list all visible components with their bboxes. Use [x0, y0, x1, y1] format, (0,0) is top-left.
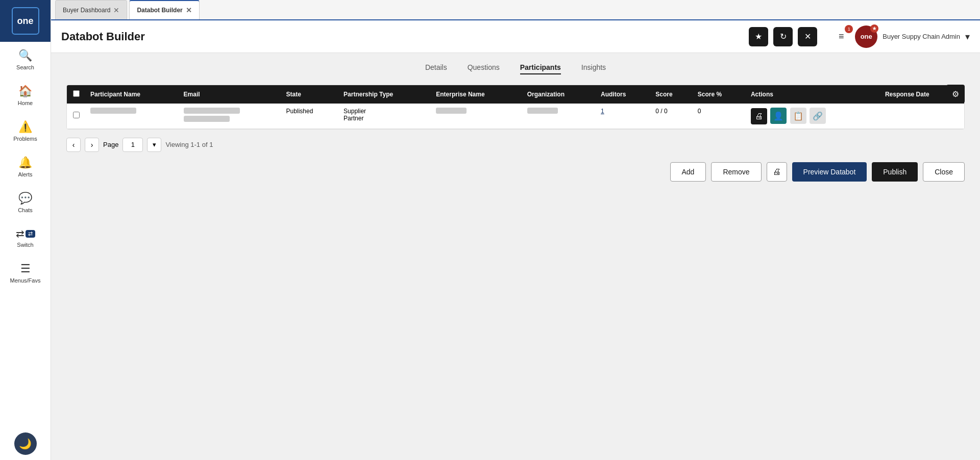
action-copy-button[interactable]: 📋	[790, 108, 806, 124]
email-blurred-1	[184, 108, 240, 114]
row-checkbox-cell	[67, 104, 85, 129]
print-icon: 🖨	[773, 167, 781, 176]
preview-databot-button[interactable]: Preview Databot	[792, 162, 867, 182]
sidebar-item-home[interactable]: 🏠 Home	[0, 78, 51, 113]
page-input[interactable]	[122, 138, 143, 152]
tab-label: Databot Builder	[137, 7, 182, 14]
hamburger-icon: ≡	[839, 31, 844, 42]
row-score-pct: 0	[693, 104, 746, 129]
bottom-actions: Add Remove 🖨 Preview Databot Publish Clo…	[66, 162, 965, 187]
action-link-button[interactable]: 🔗	[810, 108, 826, 124]
header-auditors: Auditors	[596, 85, 650, 104]
sidebar-item-label: Problems	[13, 136, 37, 142]
chevron-down-icon: ▾	[153, 141, 156, 148]
tab-databot-builder[interactable]: Databot Builder ✕	[129, 0, 199, 19]
dropdown-chevron-icon[interactable]: ▾	[965, 31, 970, 42]
refresh-button[interactable]: ↻	[773, 27, 793, 46]
select-all-checkbox[interactable]	[73, 90, 80, 97]
row-enterprise-name	[431, 104, 522, 129]
prev-page-button[interactable]: ‹	[66, 138, 81, 152]
publish-button[interactable]: Publish	[872, 162, 918, 182]
participants-table: Participant Name Email State Partnership…	[66, 85, 965, 130]
print-button[interactable]: 🖨	[767, 162, 787, 182]
add-button[interactable]: Add	[670, 162, 706, 182]
sidebar-item-alerts[interactable]: 🔔 Alerts	[0, 149, 51, 185]
row-email	[179, 104, 281, 129]
row-checkbox[interactable]	[73, 112, 80, 118]
tab-close-buyer-dashboard[interactable]: ✕	[113, 7, 119, 14]
sidebar-item-label: Search	[16, 64, 34, 70]
notification-badge: 1	[845, 25, 853, 33]
remove-button[interactable]: Remove	[711, 162, 761, 182]
bell-icon: 🔔	[18, 156, 32, 169]
tab-buyer-dashboard[interactable]: Buyer Dashboard ✕	[55, 0, 127, 19]
tab-details[interactable]: Details	[425, 63, 447, 74]
tab-participants[interactable]: Participants	[520, 63, 561, 74]
sidebar-item-problems[interactable]: ⚠️ Problems	[0, 113, 51, 149]
tab-label: Buyer Dashboard	[63, 7, 110, 14]
sidebar-item-label: Alerts	[18, 171, 32, 177]
link-icon: 🔗	[813, 111, 823, 121]
tab-close-databot-builder[interactable]: ✕	[186, 7, 192, 14]
page-dropdown[interactable]: ▾	[147, 138, 161, 152]
sidebar-bottom-avatar[interactable]: 🌙	[14, 432, 37, 455]
sidebar-item-menus[interactable]: ☰ Menus/Favs	[0, 255, 51, 291]
tab-insights[interactable]: Insights	[581, 63, 606, 74]
header-partnership-type: Partnership Type	[338, 85, 431, 104]
view-icon: 🖨	[755, 112, 763, 121]
star-button[interactable]: ★	[749, 27, 768, 46]
sidebar-item-label: Home	[18, 100, 33, 106]
warning-icon: ⚠️	[18, 120, 32, 134]
header-organization: Organization	[522, 85, 596, 104]
action-view-button[interactable]: 🖨	[751, 108, 767, 124]
filter-icon: ⚙	[952, 89, 959, 99]
header-score-pct: Score %	[693, 85, 746, 104]
tab-bar: Buyer Dashboard ✕ Databot Builder ✕	[51, 0, 980, 20]
switch-icon-wrap: ⇄ ⇄	[16, 227, 35, 240]
sidebar-logo: one	[0, 0, 51, 42]
menu-icon: ☰	[20, 262, 31, 275]
moon-icon: 🌙	[19, 438, 32, 450]
header-right: ≡ 1 one ★ Buyer Suppy Chain Admin ▾	[832, 25, 970, 48]
sidebar-item-label: Switch	[17, 242, 33, 248]
email-blurred-2	[184, 116, 230, 122]
user-avatar[interactable]: one ★	[855, 25, 877, 48]
enterprise-blurred	[436, 108, 467, 114]
pagination: ‹ › Page ▾ Viewing 1-1 of 1	[66, 138, 965, 152]
close-button[interactable]: Close	[923, 162, 965, 182]
row-score: 0 / 0	[650, 104, 693, 129]
content-area: Details Questions Participants Insights …	[51, 53, 980, 460]
sidebar-item-switch[interactable]: ⇄ ⇄ Switch	[0, 220, 51, 255]
auditors-link[interactable]: 1	[601, 108, 604, 115]
sidebar-item-search[interactable]: 🔍 Search	[0, 42, 51, 78]
data-table: Participant Name Email State Partnership…	[67, 85, 964, 129]
row-partnership-type: Supplier Partner	[338, 104, 431, 129]
prev-icon: ‹	[72, 141, 75, 149]
header-close-button[interactable]: ✕	[798, 27, 817, 46]
search-icon: 🔍	[18, 49, 32, 62]
page-header: Databot Builder ★ ↻ ✕ ≡ 1 one ★ Buyer Su…	[51, 20, 980, 53]
logo-box[interactable]: one	[12, 7, 39, 35]
action-add-user-button[interactable]: 👤	[770, 108, 787, 124]
sidebar-item-label: Menus/Favs	[10, 277, 41, 284]
sidebar-item-chats[interactable]: 💬 Chats	[0, 185, 51, 220]
row-response-date	[880, 104, 964, 129]
participant-name-blurred	[90, 108, 136, 114]
header-participant-name: Participant Name	[85, 85, 179, 104]
row-actions: 🖨 👤 📋 🔗	[746, 104, 880, 129]
notification-wrap: ≡ 1	[832, 28, 850, 45]
tab-questions[interactable]: Questions	[468, 63, 500, 74]
filter-button[interactable]: ⚙	[946, 85, 965, 103]
table-row: Published Supplier Partner	[67, 104, 964, 129]
header-checkbox-col	[67, 85, 85, 104]
row-organization	[522, 104, 596, 129]
viewing-text: Viewing 1-1 of 1	[165, 141, 213, 148]
main-wrapper: Buyer Dashboard ✕ Databot Builder ✕ Data…	[51, 0, 980, 460]
page-label: Page	[103, 141, 118, 148]
row-state: Published	[281, 104, 338, 129]
page-tabs: Details Questions Participants Insights	[66, 63, 965, 74]
sidebar-item-label: Chats	[18, 207, 33, 213]
user-name: Buyer Suppy Chain Admin	[883, 33, 960, 40]
next-page-button[interactable]: ›	[85, 138, 99, 152]
next-icon: ›	[91, 141, 93, 149]
